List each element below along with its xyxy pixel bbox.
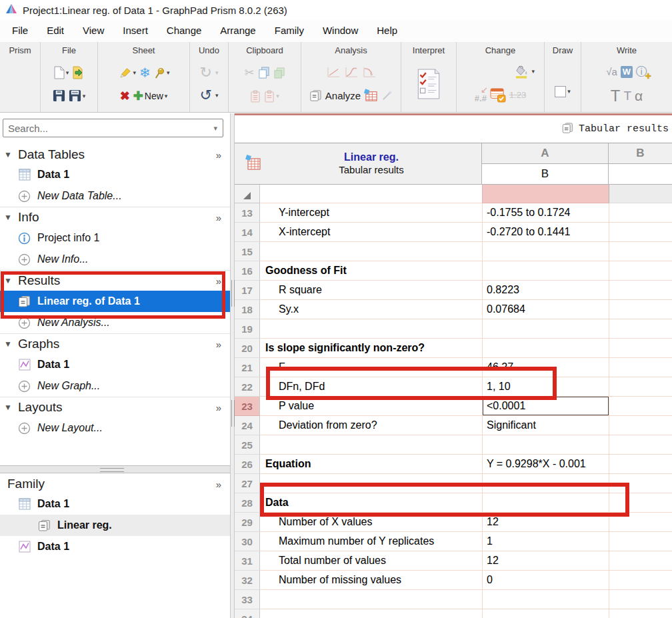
section-header-info[interactable]: ▼Info»: [0, 207, 230, 227]
row-value-cell[interactable]: 12: [482, 513, 609, 532]
chevron-down-icon[interactable]: ▼: [4, 403, 17, 412]
row-empty-cell-b[interactable]: [609, 223, 672, 242]
row-value-cell[interactable]: [482, 590, 609, 609]
new-sheet-icon[interactable]: ✚ New ▾: [133, 90, 168, 102]
row-label[interactable]: [260, 474, 482, 493]
row-value-cell[interactable]: 1: [482, 532, 609, 551]
row-value-cell[interactable]: 46.27: [482, 358, 609, 377]
more-chevron-icon[interactable]: »: [216, 149, 221, 161]
info-add-icon[interactable]: ⓘ✚: [636, 64, 647, 79]
word-icon[interactable]: W: [621, 66, 633, 78]
sidebar-item-project-info-1[interactable]: Project info 1: [0, 227, 230, 249]
chevron-down-icon[interactable]: ▼: [4, 276, 17, 285]
column-letter[interactable]: A: [482, 143, 608, 164]
row-number[interactable]: 13: [235, 203, 260, 223]
chevron-down-icon[interactable]: ▼: [4, 339, 17, 349]
row-value-cell[interactable]: <0.0001: [482, 397, 609, 416]
sidebar-item-data-1[interactable]: Data 1: [0, 164, 230, 185]
sidebar-item-data-1[interactable]: Data 1: [0, 354, 230, 375]
shape-icon[interactable]: ▾: [555, 86, 571, 97]
row-label[interactable]: Total number of values: [260, 551, 482, 571]
row-value-cell[interactable]: -0.2720 to 0.1441: [482, 223, 609, 242]
section-header-data-tables[interactable]: ▼Data Tables»: [0, 145, 230, 164]
row-empty-cell-b[interactable]: [609, 474, 672, 493]
row-empty-cell-b[interactable]: [609, 455, 672, 474]
sidebar-item-new-info-[interactable]: New Info...: [0, 249, 230, 270]
column-analysis-icon[interactable]: [362, 66, 377, 79]
row-label[interactable]: P value: [260, 397, 482, 416]
row-section-label[interactable]: Data: [260, 493, 482, 513]
row-empty-cell-b[interactable]: [609, 358, 672, 377]
row-number[interactable]: 32: [235, 571, 260, 590]
row-number[interactable]: 14: [235, 223, 260, 242]
row-empty-cell-b[interactable]: [609, 590, 672, 609]
row-value-cell[interactable]: Y = 0.9298*X - 0.001: [482, 455, 609, 474]
row-label[interactable]: DFn, DFd: [260, 377, 482, 397]
column-header-a[interactable]: A B: [482, 143, 609, 185]
family-item-data-1[interactable]: Data 1: [0, 493, 230, 515]
menu-arrange[interactable]: Arrange: [211, 21, 265, 41]
row-empty-cell-b[interactable]: [609, 261, 672, 281]
menu-family[interactable]: Family: [265, 21, 313, 41]
family-more-chevron-icon[interactable]: »: [216, 479, 221, 490]
row-number[interactable]: 24: [235, 416, 260, 435]
row-value-cell[interactable]: [482, 493, 609, 513]
row-number[interactable]: 33: [235, 590, 260, 609]
family-item-data-1[interactable]: Data 1: [0, 536, 230, 557]
row-value-cell[interactable]: 0: [482, 571, 609, 590]
linear-fit-chart-icon[interactable]: [326, 66, 341, 79]
pin-icon[interactable]: ▾: [154, 67, 170, 79]
menu-insert[interactable]: Insert: [113, 21, 157, 41]
column-letter[interactable]: B: [609, 143, 672, 164]
menu-window[interactable]: Window: [313, 21, 367, 41]
analyze-grid-icon[interactable]: [364, 89, 378, 102]
row-value-cell[interactable]: [482, 435, 609, 455]
row-number[interactable]: 21: [235, 358, 260, 377]
row-number[interactable]: 17: [235, 281, 260, 300]
paste-icon[interactable]: [250, 90, 261, 103]
menu-change[interactable]: Change: [157, 21, 211, 41]
row-value-cell[interactable]: [482, 319, 609, 339]
row-number[interactable]: 15: [235, 242, 260, 261]
menu-help[interactable]: Help: [367, 21, 407, 41]
analyze-sheets-icon[interactable]: [309, 89, 322, 102]
more-chevron-icon[interactable]: »: [216, 275, 221, 287]
paint-bucket-icon[interactable]: ▾: [514, 65, 535, 79]
row-value-cell[interactable]: [482, 261, 609, 281]
nonlinear-fit-chart-icon[interactable]: [344, 66, 359, 79]
family-item-linear-reg-[interactable]: Linear reg.: [0, 515, 230, 536]
row-value-cell[interactable]: [482, 242, 609, 261]
selector-cell-a-selected[interactable]: [482, 185, 609, 203]
row-empty-cell-b[interactable]: [609, 281, 672, 300]
text-small-icon[interactable]: T: [623, 89, 631, 103]
row-number[interactable]: 34: [235, 609, 260, 618]
freeze-icon[interactable]: ❄: [139, 66, 151, 79]
row-label[interactable]: [260, 242, 482, 261]
row-empty-cell-b[interactable]: [609, 416, 672, 435]
row-empty-cell-b[interactable]: [609, 532, 672, 551]
menu-edit[interactable]: Edit: [37, 21, 73, 41]
highlight-icon[interactable]: ▾: [118, 67, 137, 79]
more-chevron-icon[interactable]: »: [216, 402, 221, 413]
row-label[interactable]: Maximum number of Y replicates: [260, 532, 482, 551]
row-value-cell[interactable]: [482, 609, 609, 618]
row-number[interactable]: 22: [235, 377, 260, 397]
row-empty-cell-b[interactable]: [609, 339, 672, 358]
menu-file[interactable]: File: [3, 21, 37, 41]
delete-sheet-icon[interactable]: ✖: [120, 90, 130, 102]
row-value-cell[interactable]: Significant: [482, 416, 609, 435]
row-empty-cell-b[interactable]: [609, 300, 672, 319]
section-header-graphs[interactable]: ▼Graphs»: [0, 333, 230, 354]
row-label[interactable]: R square: [260, 281, 482, 300]
cut-icon[interactable]: ✂: [244, 65, 254, 80]
alpha-icon[interactable]: α: [635, 89, 643, 103]
undo-icon[interactable]: ↺: [200, 89, 212, 102]
row-value-cell[interactable]: 1, 10: [482, 377, 609, 397]
checklist-icon[interactable]: [417, 69, 441, 99]
paste-special-icon[interactable]: ▾: [264, 90, 279, 103]
row-label[interactable]: [260, 435, 482, 455]
row-label[interactable]: X-intercept: [260, 223, 482, 242]
row-empty-cell-b[interactable]: [609, 377, 672, 397]
row-empty-cell-b[interactable]: [609, 513, 672, 532]
row-empty-cell-b[interactable]: [609, 551, 672, 571]
